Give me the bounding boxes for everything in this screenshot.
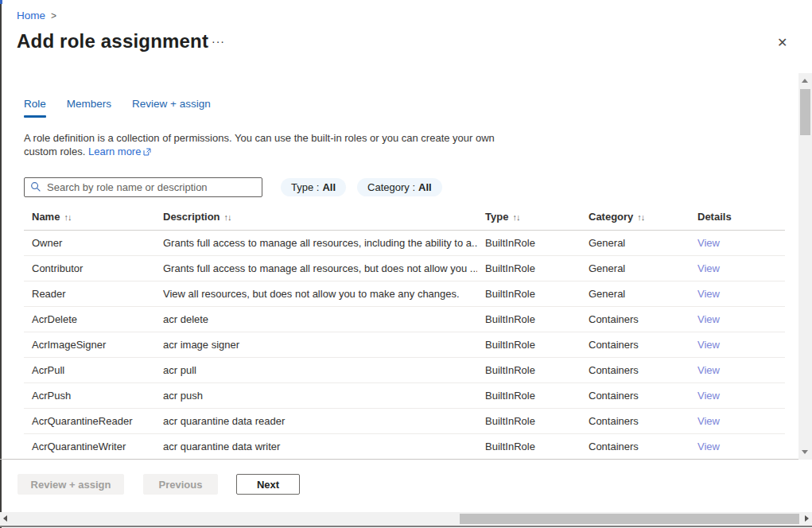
intro-line1: A role definition is a collection of per… — [24, 131, 495, 145]
breadcrumb-chevron-icon: > — [51, 10, 56, 21]
cell-type: BuiltInRole — [477, 281, 581, 306]
cell-name: AcrPull — [24, 357, 155, 382]
view-link[interactable]: View — [697, 339, 720, 351]
review-assign-button[interactable]: Review + assign — [17, 474, 124, 495]
cell-description: acr push — [155, 382, 477, 408]
window-left-edge — [0, 0, 2, 528]
column-header-type[interactable]: Type↑↓ — [477, 204, 581, 230]
footer-divider — [0, 459, 812, 460]
tab-bar: Role Members Review + assign — [24, 98, 211, 116]
vertical-scroll-thumb[interactable] — [800, 89, 810, 135]
roles-table: Name↑↓ Description↑↓ Type↑↓ Category↑↓ D… — [24, 204, 785, 459]
tab-role[interactable]: Role — [24, 98, 46, 116]
window-left-edge-accent — [0, 0, 2, 4]
column-header-details: Details — [690, 204, 785, 230]
cell-type: BuiltInRole — [477, 382, 581, 408]
cell-type: BuiltInRole — [477, 433, 581, 459]
cell-description: acr delete — [155, 306, 477, 332]
view-link[interactable]: View — [697, 237, 720, 249]
cell-type: BuiltInRole — [477, 255, 581, 281]
cell-type: BuiltInRole — [477, 230, 581, 255]
cell-description: acr quarantine data reader — [155, 408, 477, 433]
intro-line2: custom roles. Learn more — [24, 145, 495, 159]
column-header-description[interactable]: Description↑↓ — [155, 204, 477, 230]
intro-text: A role definition is a collection of per… — [24, 131, 495, 159]
cell-category: General — [581, 255, 690, 281]
close-icon[interactable]: ✕ — [774, 33, 791, 52]
breadcrumb-home-link[interactable]: Home — [17, 10, 45, 21]
cell-category: General — [581, 230, 690, 255]
cell-type: BuiltInRole — [477, 408, 581, 433]
cell-description: Grants full access to manage all resourc… — [155, 230, 477, 255]
scroll-right-icon[interactable] — [805, 515, 809, 522]
cell-name: AcrQuarantineWriter — [24, 433, 155, 459]
table-row[interactable]: Reader View all resources, but does not … — [24, 281, 785, 306]
cell-category: Containers — [581, 408, 690, 433]
next-button[interactable]: Next — [236, 474, 300, 495]
previous-button[interactable]: Previous — [143, 474, 218, 495]
cell-category: Containers — [581, 357, 690, 382]
cell-description: Grants full access to manage all resourc… — [155, 255, 477, 281]
active-tab-indicator — [24, 115, 46, 118]
view-link[interactable]: View — [697, 415, 720, 427]
table-row[interactable]: Owner Grants full access to manage all r… — [24, 230, 785, 255]
window-bottom-edge — [0, 526, 812, 527]
cell-type: BuiltInRole — [477, 306, 581, 332]
external-link-icon — [143, 146, 151, 159]
cell-category: Containers — [581, 382, 690, 408]
sort-icon: ↑↓ — [224, 212, 231, 222]
cell-type: BuiltInRole — [477, 332, 581, 357]
column-header-category[interactable]: Category↑↓ — [581, 204, 690, 230]
cell-name: Contributor — [24, 255, 155, 281]
cell-category: General — [581, 281, 690, 306]
search-icon — [30, 181, 41, 196]
sort-icon: ↑↓ — [637, 212, 644, 222]
cell-name: AcrDelete — [24, 306, 155, 332]
cell-name: Reader — [24, 281, 155, 306]
footer-actions: Review + assign Previous Next — [17, 474, 300, 495]
table-row[interactable]: AcrQuarantineWriter acr quarantine data … — [24, 433, 785, 459]
search-box — [24, 177, 262, 197]
cell-category: Containers — [581, 306, 690, 332]
more-options-button[interactable]: ··· — [212, 35, 225, 48]
table-row[interactable]: AcrPush acr push BuiltInRole Containers … — [24, 382, 785, 408]
cell-description: acr pull — [155, 357, 477, 382]
filter-pill-category[interactable]: Category :All — [357, 178, 442, 196]
search-input[interactable] — [24, 177, 262, 197]
filter-toolbar: Type :All Category :All — [24, 177, 442, 197]
filter-pill-type[interactable]: Type :All — [281, 178, 346, 196]
cell-category: Containers — [581, 332, 690, 357]
cell-description: View all resources, but does not allow y… — [155, 281, 477, 306]
view-link[interactable]: View — [697, 313, 720, 325]
table-row[interactable]: AcrQuarantineReader acr quarantine data … — [24, 408, 785, 433]
cell-description: acr quarantine data writer — [155, 433, 477, 459]
table-header-row: Name↑↓ Description↑↓ Type↑↓ Category↑↓ D… — [24, 204, 785, 230]
table-row[interactable]: AcrDelete acr delete BuiltInRole Contain… — [24, 306, 785, 332]
tab-members[interactable]: Members — [67, 98, 111, 116]
sort-icon: ↑↓ — [512, 212, 519, 222]
cell-description: acr image signer — [155, 332, 477, 357]
sort-icon: ↑↓ — [64, 212, 71, 222]
view-link[interactable]: View — [697, 262, 720, 274]
scroll-down-icon[interactable] — [802, 450, 808, 454]
table-row[interactable]: AcrImageSigner acr image signer BuiltInR… — [24, 332, 785, 357]
scroll-up-icon[interactable] — [802, 79, 808, 83]
cell-category: Containers — [581, 433, 690, 459]
learn-more-link[interactable]: Learn more — [88, 146, 141, 157]
scroll-left-icon[interactable] — [3, 515, 7, 522]
cell-type: BuiltInRole — [477, 357, 581, 382]
horizontal-scrollbar[interactable] — [0, 512, 812, 526]
table-row[interactable]: AcrPull acr pull BuiltInRole Containers … — [24, 357, 785, 382]
view-link[interactable]: View — [697, 364, 720, 376]
cell-name: AcrPush — [24, 382, 155, 408]
view-link[interactable]: View — [697, 288, 720, 300]
add-role-assignment-panel: Home> Add role assignment ··· ✕ Role Mem… — [0, 0, 812, 528]
view-link[interactable]: View — [697, 390, 720, 402]
vertical-scrollbar[interactable] — [798, 73, 812, 460]
horizontal-scroll-thumb[interactable] — [460, 514, 799, 524]
table-row[interactable]: Contributor Grants full access to manage… — [24, 255, 785, 281]
view-link[interactable]: View — [697, 441, 720, 452]
cell-name: Owner — [24, 230, 155, 255]
tab-review-assign[interactable]: Review + assign — [132, 98, 211, 116]
column-header-name[interactable]: Name↑↓ — [24, 204, 155, 230]
